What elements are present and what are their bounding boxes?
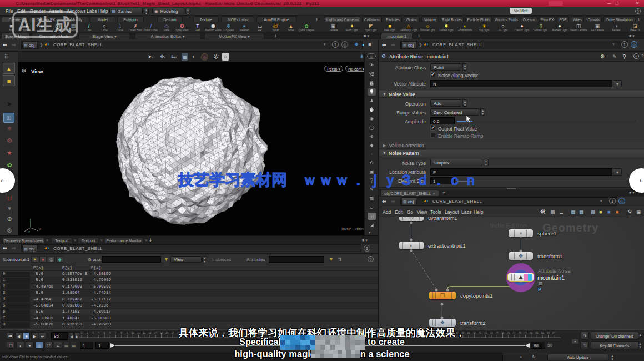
svg-text:z: z [28, 230, 30, 233]
svg-text:x: x [39, 227, 41, 230]
